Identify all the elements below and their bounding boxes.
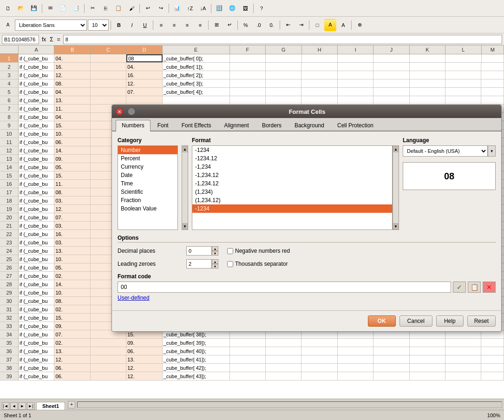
category-item-fraction[interactable]: Fraction (118, 196, 177, 204)
leading-zeroes-label: Leading zeroes (118, 261, 183, 267)
format-code-label: Format code (118, 273, 496, 280)
negative-numbers-row: Negative numbers red (227, 248, 320, 254)
cancel-button[interactable]: Cancel (399, 315, 432, 327)
format-item-6[interactable]: (1,234.12) (192, 196, 392, 204)
dialog-tab-bar: Numbers Font Font Effects Alignment Bord… (112, 118, 501, 131)
category-list[interactable]: Number Percent Currency Date Time Scient… (118, 145, 178, 230)
language-select[interactable]: Default - English (USA) (403, 145, 488, 157)
scroll-up-btn[interactable]: ▲ (182, 146, 188, 152)
options-grid: Decimal places ▲ ▼ Negative numbers red … (118, 246, 496, 269)
leading-zeroes-spinners: ▲ ▼ (212, 259, 218, 269)
tab-font[interactable]: Font (151, 120, 175, 131)
tab-font-effects[interactable]: Font Effects (176, 120, 217, 131)
dialog-body: Category Number Percent Currency Date Ti… (112, 131, 501, 307)
options-title: Options (118, 235, 496, 243)
format-code-confirm-btn[interactable]: ✓ (453, 282, 466, 293)
format-code-section: Format code ✓ 📋 ✕ User-defined (118, 273, 496, 301)
language-preview-column: Language Default - English (USA) ▼ 08 (403, 137, 496, 230)
thousands-separator-row: Thousands separator (227, 261, 320, 267)
decimal-places-input-row: ▲ ▼ (186, 246, 223, 256)
thousands-separator-label: Thousands separator (235, 261, 288, 267)
leading-zeroes-input-row: ▲ ▼ (186, 259, 223, 269)
scroll-track (182, 152, 188, 223)
language-select-row: Default - English (USA) ▼ (403, 145, 496, 157)
decimal-places-spinners: ▲ ▼ (212, 246, 218, 256)
format-code-row: ✓ 📋 ✕ (118, 282, 496, 293)
format-item-5[interactable]: (1,234) (192, 188, 392, 196)
format-item-0[interactable]: -1234 (192, 146, 392, 154)
category-item-time[interactable]: Time (118, 179, 177, 188)
tab-alignment[interactable]: Alignment (218, 120, 255, 131)
leading-zeroes-up[interactable]: ▲ (212, 259, 218, 264)
help-button[interactable]: Help (436, 315, 464, 327)
ok-button[interactable]: OK (368, 315, 396, 327)
format-code-delete-btn[interactable]: ✕ (483, 282, 496, 293)
category-item-number[interactable]: Number (118, 146, 177, 154)
dialog-title: Format Cells (289, 108, 326, 115)
decimal-places-input[interactable] (186, 246, 212, 256)
format-label: Format (192, 137, 399, 144)
format-scroll-down[interactable]: ▼ (393, 223, 399, 230)
decimal-places-down[interactable]: ▼ (212, 251, 218, 256)
category-item-date[interactable]: Date (118, 171, 177, 179)
category-column: Category Number Percent Currency Date Ti… (118, 137, 178, 230)
reset-button[interactable]: Reset (467, 315, 496, 327)
format-item-3[interactable]: -1,234.12 (192, 171, 392, 179)
decimal-places-up[interactable]: ▲ (212, 246, 218, 251)
format-column: Format -1234 -1234.12 -1,234 -1,234.12 -… (192, 137, 399, 230)
dialog-minimize-button[interactable] (128, 108, 135, 115)
format-code-copy-btn[interactable]: 📋 (468, 282, 481, 293)
category-label: Category (118, 137, 178, 144)
options-section: Options Decimal places ▲ ▼ Negative numb… (118, 235, 496, 269)
format-code-input[interactable] (118, 282, 451, 293)
tab-borders[interactable]: Borders (256, 120, 288, 131)
category-item-currency[interactable]: Currency (118, 163, 177, 171)
leading-zeroes-input[interactable] (186, 259, 212, 269)
tab-numbers[interactable]: Numbers (116, 120, 151, 131)
format-list-container: -1234 -1234.12 -1,234 -1,234.12 -1,234.1… (192, 145, 399, 230)
format-scroll-track (393, 152, 399, 223)
format-item-1[interactable]: -1234.12 (192, 154, 392, 163)
category-item-percent[interactable]: Percent (118, 154, 177, 163)
format-scrollbar[interactable]: ▲ ▼ (393, 145, 399, 230)
format-item-4[interactable]: -1,234.12 (192, 179, 392, 188)
dialog-top-columns: Category Number Percent Currency Date Ti… (118, 137, 496, 230)
leading-zeroes-down[interactable]: ▼ (212, 264, 218, 269)
negative-numbers-label: Negative numbers red (235, 248, 290, 254)
tab-background[interactable]: Background (288, 120, 330, 131)
dialog-close-button[interactable]: ✕ (116, 108, 123, 115)
category-item-boolean[interactable]: Boolean Value (118, 204, 177, 213)
format-item-7[interactable]: -1234 (192, 204, 392, 213)
category-scrollbar[interactable]: ▲ ▼ (182, 145, 188, 230)
decimal-places-label: Decimal places (118, 248, 183, 254)
format-scroll-up[interactable]: ▲ (393, 146, 399, 152)
format-list[interactable]: -1234 -1234.12 -1,234 -1,234.12 -1,234.1… (192, 145, 393, 230)
preview-value: 08 (444, 171, 454, 182)
dialog-buttons: OK Cancel Help Reset (112, 310, 501, 331)
language-dropdown-btn[interactable]: ▼ (488, 145, 496, 157)
thousands-separator-checkbox[interactable] (227, 261, 233, 267)
negative-numbers-checkbox[interactable] (227, 248, 233, 254)
format-cells-dialog: ✕ Format Cells Numbers Font Font Effects… (111, 105, 502, 332)
user-defined-link[interactable]: User-defined (118, 295, 496, 301)
preview-box: 08 (403, 162, 496, 190)
language-label: Language (403, 137, 496, 144)
dialog-overlay: ✕ Format Cells Numbers Font Font Effects… (0, 0, 504, 420)
scroll-down-btn[interactable]: ▼ (182, 223, 188, 230)
tab-cell-protection[interactable]: Cell Protection (331, 120, 380, 131)
format-item-2[interactable]: -1,234 (192, 163, 392, 171)
category-item-scientific[interactable]: Scientific (118, 188, 177, 196)
dialog-titlebar: ✕ Format Cells (112, 105, 501, 118)
